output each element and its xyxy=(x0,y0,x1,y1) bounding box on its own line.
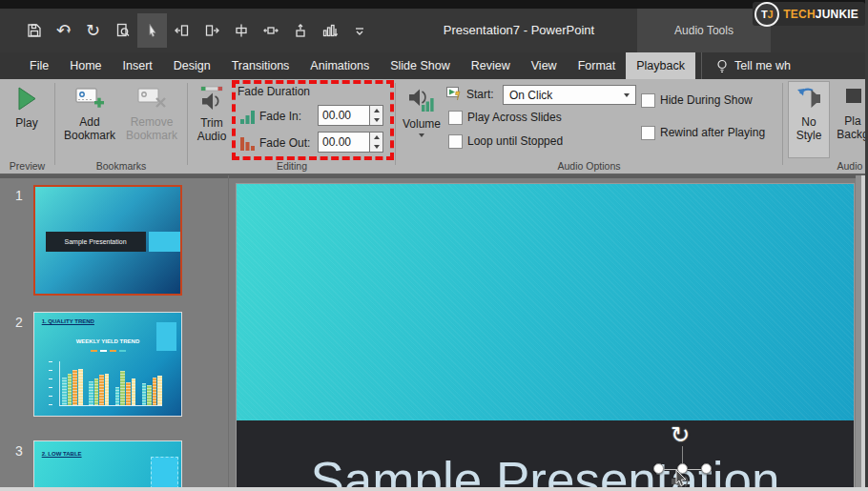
mini-bar xyxy=(99,375,104,406)
tell-me-box[interactable]: Tell me wh xyxy=(701,52,791,79)
mini-bar xyxy=(115,387,120,406)
tab-design[interactable]: Design xyxy=(163,52,221,79)
sort-columns-icon[interactable] xyxy=(315,13,344,48)
undo-icon[interactable]: ↶▾ xyxy=(49,13,78,48)
redo-icon[interactable]: ↻ xyxy=(78,13,108,48)
tab-format[interactable]: Format xyxy=(568,52,627,79)
rewind-after-playing-checkbox[interactable] xyxy=(641,126,655,140)
tab-file[interactable]: File xyxy=(19,52,59,79)
hide-during-show-label: Hide During Show xyxy=(660,93,753,107)
thumb2-accent-rect xyxy=(156,322,177,351)
select-cursor-icon[interactable] xyxy=(137,13,167,48)
window-top-edge xyxy=(0,0,868,9)
start-dropdown[interactable]: On Click xyxy=(503,85,636,105)
play-across-slides-label: Play Across Slides xyxy=(467,111,562,124)
panel-divider xyxy=(228,175,229,491)
tab-review[interactable]: Review xyxy=(461,52,521,79)
thumb2-chart-title: WEEKLY YIELD TREND xyxy=(34,338,181,344)
remove-bookmark-button[interactable]: Remove Bookmark xyxy=(120,81,183,142)
group-divider xyxy=(782,83,783,165)
hide-during-show-checkbox[interactable] xyxy=(641,93,655,108)
align-top-icon[interactable] xyxy=(285,13,315,48)
thumb2-heading: 1. QUALITY TREND xyxy=(42,318,94,324)
distribute-horizontal-icon[interactable] xyxy=(256,13,285,48)
mini-bar xyxy=(120,371,125,405)
mini-bar xyxy=(94,378,99,405)
add-bookmark-button[interactable]: Add Bookmark xyxy=(61,81,118,142)
trim-audio-icon xyxy=(199,86,224,112)
play-in-background-button[interactable]: PlaBackg xyxy=(832,81,868,141)
no-style-icon xyxy=(796,87,821,111)
slide-canvas[interactable]: Sample Presentation xyxy=(236,183,855,491)
print-preview-icon[interactable] xyxy=(108,13,137,48)
volume-button[interactable]: Volume xyxy=(399,81,444,137)
title-bar: Audio Tools Presentation7 - PowerPoint ↶… xyxy=(0,9,868,52)
rotate-handle-icon[interactable]: ↻ xyxy=(671,421,690,448)
tab-view[interactable]: View xyxy=(521,52,568,79)
techjunkie-logo-circle: TJ xyxy=(754,2,779,27)
mini-bar-group xyxy=(62,361,83,406)
tab-home[interactable]: Home xyxy=(59,52,112,79)
start-label: Start: xyxy=(466,88,494,101)
contextual-tab-group: Audio Tools xyxy=(637,9,771,52)
loop-until-stopped-checkbox[interactable] xyxy=(448,134,463,149)
group-divider xyxy=(395,83,396,165)
thumb2-chart-axis-ticks xyxy=(49,361,53,407)
mini-bar xyxy=(72,370,77,405)
play-icon xyxy=(15,86,38,112)
mini-bar xyxy=(89,381,93,406)
volume-dropdown-caret[interactable] xyxy=(419,133,424,137)
align-center-icon[interactable] xyxy=(226,13,256,48)
techjunkie-logo: TJ TECHJUNKIE xyxy=(753,2,865,26)
selection-handle[interactable] xyxy=(653,463,664,474)
volume-icon xyxy=(408,86,435,113)
mini-bar xyxy=(68,374,72,406)
start-icon xyxy=(446,86,462,101)
ribbon-playback: Play Preview Add Bookmark Remove Bookmar… xyxy=(0,79,868,175)
mini-bar-group xyxy=(89,361,110,406)
thumb3-heading: 2. LOW TABLE xyxy=(42,451,82,457)
rewind-after-playing-label: Rewind after Playing xyxy=(660,126,765,139)
start-dropdown-caret xyxy=(624,93,630,97)
tab-slide-show[interactable]: Slide Show xyxy=(380,52,461,79)
tab-insert[interactable]: Insert xyxy=(113,52,163,79)
group-label-audio-styles: Audio Sty xyxy=(811,160,868,172)
mini-bar xyxy=(62,378,67,405)
thumb1-title-banner: Sample Presentation xyxy=(46,232,146,252)
tab-transitions[interactable]: Transitions xyxy=(221,52,300,79)
powerpoint-window: Audio Tools Presentation7 - PowerPoint ↶… xyxy=(0,0,868,491)
group-label-bookmarks: Bookmarks xyxy=(54,160,188,172)
slide-thumbnail-3[interactable]: 2. LOW TABLE xyxy=(33,440,182,491)
save-icon[interactable] xyxy=(19,13,49,48)
selection-handle[interactable] xyxy=(701,463,712,474)
play-in-background-icon xyxy=(840,86,865,110)
window-bottom-edge xyxy=(0,487,868,491)
group-label-editing: Editing xyxy=(188,160,396,172)
trim-audio-button[interactable]: Trim Audio xyxy=(189,81,235,143)
group-label-preview: Preview xyxy=(0,160,54,172)
mini-bar xyxy=(78,369,83,405)
align-right-icon[interactable] xyxy=(196,13,226,48)
slide-number-1: 1 xyxy=(15,188,23,203)
mini-bar xyxy=(126,382,131,405)
ribbon-tab-row: File Home Insert Design Transitions Anim… xyxy=(0,52,868,79)
tab-playback[interactable]: Playback xyxy=(626,52,695,79)
mini-bar xyxy=(142,383,147,405)
group-label-audio-options: Audio Options xyxy=(396,160,782,172)
tell-me-label: Tell me wh xyxy=(734,59,791,72)
slide-thumbnail-2[interactable]: 1. QUALITY TREND WEEKLY YIELD TREND xyxy=(33,312,182,417)
align-left-icon[interactable] xyxy=(167,13,196,48)
play-button[interactable]: Play xyxy=(2,81,52,130)
ribbon-bottom-shadow xyxy=(0,175,868,178)
slide-number-2: 2 xyxy=(15,315,23,330)
customize-quick-access-icon[interactable] xyxy=(344,13,374,48)
mini-bar xyxy=(153,378,157,405)
lightbulb-icon xyxy=(715,59,729,73)
remove-bookmark-icon xyxy=(137,86,167,111)
add-bookmark-icon xyxy=(75,86,105,111)
no-style-button[interactable]: No Style xyxy=(788,81,830,158)
tab-animations[interactable]: Animations xyxy=(300,52,380,79)
fade-duration-highlight xyxy=(232,80,394,160)
play-across-slides-checkbox[interactable] xyxy=(448,111,463,125)
slide-thumbnail-1[interactable]: Sample Presentation xyxy=(33,185,182,296)
